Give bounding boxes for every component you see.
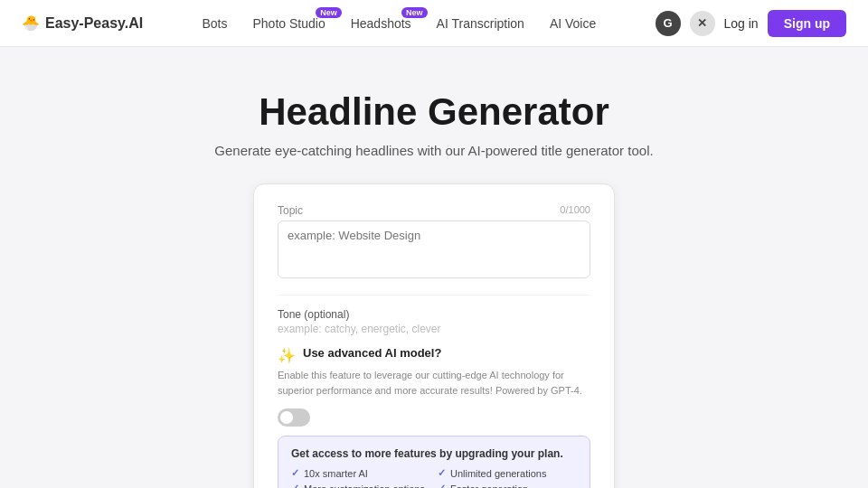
nav-headshots[interactable]: Headshots New	[351, 16, 411, 31]
upgrade-features: ✓ 10x smarter AI ✓ Unlimited generations…	[291, 467, 577, 488]
nav-transcription-label: AI Transcription	[437, 16, 524, 31]
topic-input[interactable]	[278, 221, 590, 278]
navbar: 🐣 Easy-Peasy.AI Bots Photo Studio New He…	[0, 0, 868, 47]
nav-bots[interactable]: Bots	[202, 16, 227, 31]
nav-right: G ✕ Log in Sign up	[656, 10, 846, 37]
check-icon-3: ✓	[291, 483, 299, 488]
nav-voice[interactable]: AI Voice	[550, 16, 596, 31]
generator-card: Topic 0/1000 Tone (optional) example: ca…	[253, 183, 615, 488]
nav-headshots-label: Headshots	[351, 16, 411, 31]
check-icon-2: ✓	[438, 467, 446, 479]
topic-label: Topic 0/1000	[278, 204, 590, 217]
headshots-badge: New	[401, 7, 428, 18]
ai-toggle-title: Use advanced AI model?	[303, 346, 441, 360]
check-icon-1: ✓	[291, 467, 299, 479]
tone-field: Tone (optional) example: catchy, energet…	[278, 308, 590, 335]
feature-label-4: Faster generation	[450, 483, 528, 489]
feature-label-3: More customization options	[304, 483, 425, 489]
upgrade-box-title: Get access to more features by upgrading…	[291, 447, 577, 460]
ai-toggle-desc: Enable this feature to leverage our cutt…	[278, 368, 590, 398]
ai-toggle-switch[interactable]	[278, 408, 310, 427]
nav-voice-label: AI Voice	[550, 16, 596, 31]
topic-counter: 0/1000	[560, 204, 590, 215]
feature-item-2: ✓ Unlimited generations	[438, 467, 577, 479]
divider-1	[278, 295, 590, 296]
topic-field: Topic 0/1000	[278, 204, 590, 282]
logo-text: Easy-Peasy.AI	[45, 15, 143, 32]
feature-item-3: ✓ More customization options	[291, 483, 430, 488]
ai-toggle-content: Use advanced AI model?	[303, 346, 441, 360]
ai-sparkle-icon: ✨	[278, 347, 296, 364]
nav-icon-g[interactable]: G	[656, 11, 681, 36]
feature-label-2: Unlimited generations	[450, 468, 546, 479]
nav-photo-studio-label: Photo Studio	[253, 16, 326, 31]
logo-icon: 🐣	[22, 14, 40, 32]
login-button[interactable]: Log in	[724, 16, 759, 31]
feature-item-4: ✓ Faster generation	[438, 483, 577, 488]
feature-item-1: ✓ 10x smarter AI	[291, 467, 430, 479]
feature-label-1: 10x smarter AI	[304, 468, 368, 479]
upgrade-box: Get access to more features by upgrading…	[278, 436, 590, 488]
tone-label: Tone (optional)	[278, 308, 590, 321]
ai-toggle-row: ✨ Use advanced AI model?	[278, 346, 590, 364]
check-icon-4: ✓	[438, 483, 446, 488]
logo[interactable]: 🐣 Easy-Peasy.AI	[22, 14, 143, 32]
nav-photo-studio[interactable]: Photo Studio New	[253, 16, 326, 31]
nav-links: Bots Photo Studio New Headshots New AI T…	[202, 16, 596, 31]
page-title: Headline Generator	[259, 90, 609, 134]
nav-transcription[interactable]: AI Transcription	[437, 16, 524, 31]
main-content: Headline Generator Generate eye-catching…	[0, 47, 868, 488]
nav-bots-label: Bots	[202, 16, 227, 31]
nav-icon-close[interactable]: ✕	[690, 11, 715, 36]
tone-placeholder: example: catchy, energetic, clever	[278, 323, 590, 335]
page-subtitle: Generate eye-catching headlines with our…	[214, 143, 653, 158]
photo-studio-badge: New	[316, 7, 342, 18]
signup-button[interactable]: Sign up	[768, 10, 846, 37]
